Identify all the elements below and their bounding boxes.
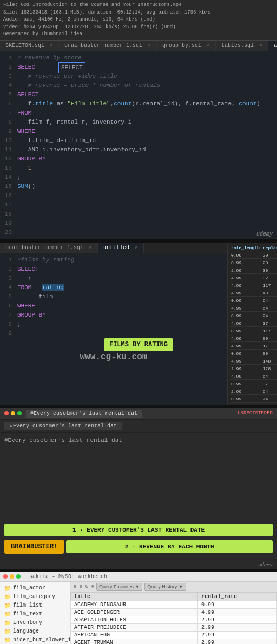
table-row: AFFAIR PREJUDICE2.99: [71, 623, 277, 631]
top-info-bar: File: 001 Introduction to the Course and…: [0, 0, 277, 41]
rating-table-row: 4.993724.99 NC-17: [230, 320, 277, 327]
workbench-minimize[interactable]: [10, 574, 14, 579]
folder-icon: 📁: [4, 611, 11, 618]
folder-icon: 📁: [4, 620, 11, 626]
workbench-main: ⊞ ⊟ ↻ ⊕ Query Favorites ▼ Query History …: [70, 582, 277, 645]
rating-table-row: 0.995023.99 G: [230, 351, 277, 357]
query-favorites-button[interactable]: Query Favorites ▼: [96, 583, 142, 591]
sidebar-item-film_category[interactable]: 📁film_category: [0, 593, 70, 601]
section2-right-panel: rate_lengthreplacement_costrating0.99201…: [227, 243, 277, 405]
rating-table-row: 4.995023.99 PG: [230, 336, 277, 342]
challenge2-badge: 2 · REVENUE BY EACH MONTH: [66, 540, 273, 553]
table-row: AGENT TRUMAN2.99: [71, 639, 277, 644]
sidebar-item-label: film_text: [13, 611, 42, 617]
section-films-rating: brainbuster number 1.sql × untitled × 12…: [0, 243, 277, 406]
challenge-row-2: BRAINBUSTER! 2 · REVENUE BY EACH MONTH: [4, 540, 273, 554]
rating-table-row: 4.9911721.99 PG: [230, 283, 277, 289]
rating-table-row: 4.996421.99 PG-13: [230, 305, 277, 312]
tab-bar-section1: SKELETON.sql × brainbuster number 1.sql …: [0, 41, 277, 51]
top-info-line5: Generated by Thumbnail idea: [3, 31, 274, 38]
workbench-layout: 📁film_actor📁film_category📁film_list📁film…: [0, 582, 277, 645]
section3-editor: #Every cusotmer's last rental dat: [0, 433, 277, 519]
rating-table-row: 0.992018.99 NC-17: [230, 252, 277, 259]
rating-table-row: 4.998228.99 PG-13: [230, 275, 277, 281]
section3-code-line[interactable]: #Every cusotmer's last rental dat: [4, 435, 273, 446]
sidebar-item-film_text[interactable]: 📁film_text: [0, 610, 70, 619]
tab-groupby[interactable]: group by.sql ×: [157, 41, 216, 51]
toolbar-icon-area: ⊞ ⊟ ↻ ⊕: [74, 583, 94, 589]
sidebar-item-label: film_list: [13, 602, 42, 608]
challenge1-badge: 1 · EVERY CUSTOMER'S LAST RENTAL DATE: [4, 524, 273, 536]
rating-table-row: 0.9911713.99 PG: [230, 328, 277, 334]
query-history-button[interactable]: Query History ▼: [144, 583, 186, 591]
window-controls: [4, 411, 22, 415]
code-content-section1: # revenue by store SELECSELECT # revenue…: [15, 53, 277, 237]
top-info-line3: Audio: aac, 44100 Hz, 2 channels, s16, 6…: [3, 16, 274, 24]
section-mysql-workbench: sakila - MySQL Workbench 📁film_actor📁fil…: [0, 572, 277, 645]
tab-brainbuster-s2[interactable]: brainbuster number 1.sql ×: [0, 243, 98, 253]
table-row: AFRICAN EGG2.99: [71, 631, 277, 639]
udemy-logo-section3: udemy: [0, 561, 277, 569]
rating-table-row: 0.996424.99 NC-17: [230, 298, 277, 304]
tab-arithmetic-active[interactable]: arithmetic.sql ×: [268, 41, 277, 51]
watermark: www.cg-ku.com: [80, 352, 148, 362]
sidebar-item-label: film_category: [13, 594, 55, 600]
brainbuster-area: 1 · EVERY CUSTOMER'S LAST RENTAL DATE BR…: [0, 519, 277, 561]
challenge-row-1: 1 · EVERY CUSTOMER'S LAST RENTAL DATE: [4, 524, 273, 536]
folder-icon: 📁: [4, 637, 11, 643]
film-table: title rental_rate ACADEMY DINOSAUR0.99AC…: [70, 592, 277, 645]
table-row: ADAPTATION HOLES2.99: [71, 616, 277, 623]
tab-skeleton-sql[interactable]: SKELETON.sql ×: [0, 41, 59, 51]
workbench-toolbar: ⊞ ⊟ ↻ ⊕ Query Favorites ▼ Query History …: [70, 582, 277, 592]
rating-table-row: 0.993715.99 G: [230, 381, 277, 387]
workbench-maximize[interactable]: [16, 574, 21, 579]
brainbuster-label: BRAINBUSTER!: [4, 540, 64, 554]
workbench-title: sakila - MySQL Workbench: [29, 574, 107, 580]
code-area-section2: 12345 6789 #films by rating SELECT r FRO…: [0, 253, 227, 340]
section3-window-header: #Every cusotmer's last rental dat UNREGI…: [0, 408, 277, 420]
rating-table-row: 0.992010.99 G: [230, 260, 277, 266]
rating-table-row: 0.999423.99 NC-17: [230, 313, 277, 319]
section-revenue-store: SKELETON.sql × brainbuster number 1.sql …: [0, 41, 277, 241]
workbench-close[interactable]: [3, 574, 8, 579]
rating-table-row: 4.9914811.99 NC-17: [230, 358, 277, 365]
minimize-button[interactable]: [11, 411, 15, 415]
line-numbers-section1: 12345 678910 1112131415 1617181920: [0, 53, 15, 237]
rating-table-row: 0.997421.99 NC-17: [230, 396, 277, 403]
tab-bar-section2: brainbuster number 1.sql × untitled ×: [0, 243, 227, 253]
data-table-ratings: rate_lengthreplacement_costrating0.99201…: [229, 244, 277, 404]
rating-table-row: 4.996422.99 PG: [230, 373, 277, 380]
tab-untitled[interactable]: untitled ×: [98, 243, 144, 253]
col-rental-rate: rental_rate: [197, 592, 276, 601]
line-numbers-section2: 12345 6789: [0, 256, 15, 338]
section3-tab[interactable]: #Every cusotmer's last rental dat: [26, 410, 142, 418]
sidebar-item-film_actor[interactable]: 📁film_actor: [0, 584, 70, 593]
sidebar-item-language[interactable]: 📁language: [0, 627, 70, 636]
workbench-sidebar: 📁film_actor📁film_category📁film_list📁film…: [0, 582, 70, 645]
close-button[interactable]: [4, 411, 9, 415]
tab-brainbuster1[interactable]: brainbuster number 1.sql ×: [59, 41, 157, 51]
sidebar-item-nicer_but_slower_film_list[interactable]: 📁nicer_but_slower_film_list: [0, 636, 70, 645]
top-info-line2: Size: 163132413 (163.1 MiB), duration: 0…: [3, 9, 274, 17]
udemy-logo-section1: udemy: [256, 231, 273, 237]
films-by-rating-badge: FILMS BY RATING: [104, 338, 173, 351]
section-last-rental: #Every cusotmer's last rental dat UNREGI…: [0, 408, 277, 571]
section3-subtab[interactable]: #Every cusotmer's last rental dat: [4, 422, 122, 430]
rating-table-row: 2.993022.99 G: [230, 267, 277, 274]
workbench-header: sakila - MySQL Workbench: [0, 572, 277, 582]
sidebar-item-label: inventory: [13, 620, 42, 626]
code-area-section1: 12345 678910 1112131415 1617181920 # rev…: [0, 51, 277, 239]
tab-tables[interactable]: tables.sql ×: [216, 41, 268, 51]
maximize-button[interactable]: [17, 411, 22, 415]
autocomplete-select[interactable]: SELECT: [58, 62, 85, 73]
rating-highlight: rating: [42, 284, 64, 291]
sidebar-item-film_list[interactable]: 📁film_list: [0, 601, 70, 610]
rating-table-row: 4.991715.99 G: [230, 343, 277, 350]
col-title: title: [71, 592, 198, 601]
sidebar-item-label: language: [13, 628, 39, 634]
folder-icon: 📁: [4, 585, 11, 592]
workbench-window-controls: [3, 574, 21, 579]
top-info-line1: File: 001 Introduction to the Course and…: [3, 2, 274, 9]
sidebar-item-inventory[interactable]: 📁inventory: [0, 619, 70, 627]
folder-icon: 📁: [4, 594, 11, 600]
